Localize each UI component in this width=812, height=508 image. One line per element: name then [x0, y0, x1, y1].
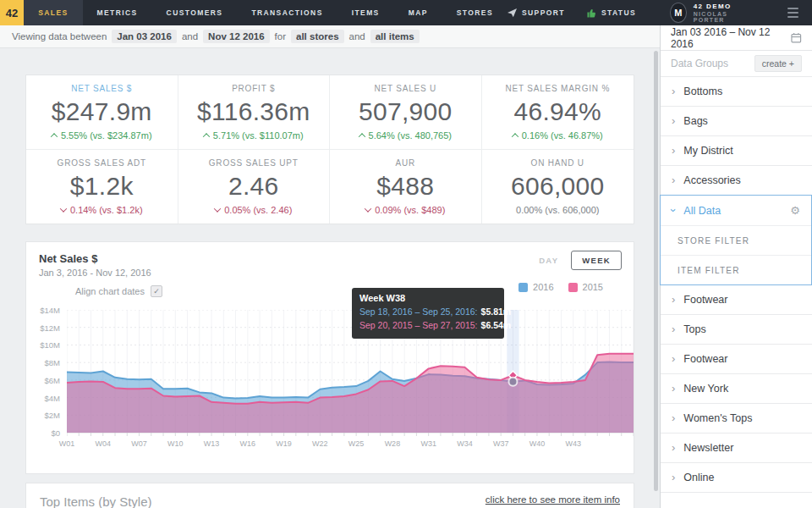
status-button[interactable]: STATUS [587, 8, 636, 18]
sidebar-item-accessories[interactable]: ›Accessories [661, 166, 812, 196]
legend-swatch-2016 [518, 283, 528, 292]
stores-chip[interactable]: all stores [291, 30, 344, 43]
chevron-right-icon: › [672, 353, 675, 364]
data-groups-label: Data Groups [671, 58, 728, 69]
hamburger-menu-icon[interactable] [787, 8, 798, 18]
sidebar-item-bottoms[interactable]: ›Bottoms [661, 77, 812, 107]
tooltip-2015-value: $6.54m [481, 319, 512, 333]
kpi-delta: 5.55% (vs. $234.87m) [52, 130, 152, 141]
end-date-chip[interactable]: Nov 12 2016 [203, 30, 270, 43]
support-button[interactable]: SUPPORT [508, 8, 565, 18]
kpi-gross-sales-adt[interactable]: GROSS SALES ADT$1.2k0.14% (vs. $1.2k) [26, 150, 178, 224]
sidebar-item-tops[interactable]: ›Tops [661, 315, 812, 345]
top-items-title: Top Items (by Style) [40, 494, 152, 508]
items-chip[interactable]: all items [370, 30, 420, 43]
chevron-right-icon: › [672, 86, 675, 97]
sidebar-item-women-s-tops[interactable]: ›Women's Tops [661, 404, 812, 433]
tooltip-title: Week W38 [359, 293, 497, 303]
kpi-gross-sales-upt[interactable]: GROSS SALES UPT2.460.05% (vs. 2.46) [178, 150, 331, 224]
align-chart-dates-checkbox[interactable]: ✓ [151, 285, 162, 297]
kpi-delta-text: 0.14% (vs. $1.2k) [70, 205, 143, 215]
sidebar-item-footwear[interactable]: ›Footwear [661, 285, 812, 315]
nav-item-stores[interactable]: STORES [442, 0, 508, 25]
chevron-right-icon: › [672, 383, 675, 394]
chevron-down-icon: › [668, 208, 679, 212]
sidebar-item-bags[interactable]: ›Bags [661, 107, 812, 136]
sidebar-item-new-york[interactable]: ›New York [661, 374, 812, 404]
kpi-aur[interactable]: AUR$4880.09% (vs. $489) [330, 150, 482, 224]
main-scrollbar[interactable] [654, 51, 658, 491]
more-item-info-link[interactable]: click here to see more item info [486, 494, 620, 505]
kpi-net-sales-margin[interactable]: NET SALES MARGIN %46.94%0.16% (vs. 46.87… [482, 75, 634, 150]
sidebar-item-label: Accessories [683, 174, 740, 186]
viewing-data-bar: Viewing data between Jan 03 2016 and Nov… [0, 25, 660, 48]
sidebar: Jan 03 2016 – Nov 12 2016 Data Groups cr… [660, 25, 812, 508]
main-content: NET SALES $$247.9m5.55% (vs. $234.87m)PR… [0, 48, 660, 508]
kpi-profit[interactable]: PROFIT $$116.36m5.71% (vs. $110.07m) [178, 75, 331, 150]
chart-title: Net Sales $ [39, 252, 97, 265]
date-range-picker[interactable]: Jan 03 2016 – Nov 12 2016 [661, 25, 812, 51]
y-axis-label: $4M [28, 394, 60, 403]
align-chart-dates[interactable]: Align chart dates ✓ [75, 285, 162, 297]
nav-item-metrics[interactable]: METRICS [83, 0, 152, 25]
x-axis-label: W25 [343, 439, 370, 448]
sidebar-item-all-data[interactable]: ›All Data⚙ [661, 196, 811, 225]
data-groups-header: Data Groups create + [661, 51, 812, 77]
nav-right: SUPPORT STATUS M 42 DEMO NICOLAS PORTER [508, 0, 812, 25]
kpi-net-sales-u[interactable]: NET SALES U507,9005.64% (vs. 480,765) [330, 75, 482, 150]
caret-down-icon [60, 205, 67, 212]
gear-icon[interactable]: ⚙ [790, 204, 800, 217]
create-group-button[interactable]: create + [754, 55, 802, 72]
kpi-delta-text: 0.16% (vs. 46.87%) [522, 130, 603, 141]
week-toggle[interactable]: WEEK [571, 251, 622, 270]
nav-item-customers[interactable]: CUSTOMERS [152, 0, 238, 25]
kpi-delta: 5.71% (vs. $110.07m) [204, 130, 304, 141]
caret-up-icon [512, 133, 518, 140]
caret-up-icon [203, 133, 210, 140]
sidebar-item-online[interactable]: ›Online [661, 463, 812, 493]
y-axis-label: $12M [28, 323, 60, 333]
start-date-chip[interactable]: Jan 03 2016 [112, 30, 177, 43]
granularity-toggle: DAY WEEK [539, 251, 622, 270]
top-nav: 42 SALESMETRICSCUSTOMERSTRANSACTIONSITEM… [0, 0, 812, 25]
kpi-label: AUR [395, 158, 415, 168]
sidebar-store-filter[interactable]: STORE FILTER [661, 225, 811, 255]
chevron-right-icon: › [672, 174, 675, 185]
sidebar-item-label: All Data [683, 205, 721, 217]
x-axis-label: W43 [560, 439, 587, 448]
kpi-delta-text: 0.00% (vs. 606,000) [516, 205, 599, 215]
nav-item-items[interactable]: ITEMS [337, 0, 394, 25]
day-toggle[interactable]: DAY [539, 256, 558, 265]
user-account[interactable]: M 42 DEMO NICOLAS PORTER [670, 3, 749, 23]
kpi-value: $116.36m [197, 97, 310, 126]
legend-label: 2016 [533, 282, 553, 292]
sidebar-item-newsletter[interactable]: ›Newsletter [661, 433, 812, 463]
legend-item-2015[interactable]: 2015 [568, 282, 603, 292]
nav-item-sales[interactable]: SALES [24, 0, 82, 25]
top-items-card: Top Items (by Style) click here to see m… [25, 483, 634, 508]
sidebar-item-label: Tops [683, 323, 705, 335]
kpi-on-hand-u[interactable]: ON HAND U606,0000.00% (vs. 606,000) [482, 150, 634, 224]
support-label: SUPPORT [522, 8, 565, 17]
sidebar-item-footwear[interactable]: ›Footwear [661, 345, 812, 374]
legend-swatch-2015 [568, 283, 578, 292]
nav-item-transactions[interactable]: TRANSACTIONS [237, 0, 337, 25]
net-sales-area-chart[interactable] [67, 310, 634, 438]
kpi-value: 2.46 [228, 172, 279, 201]
x-axis-label: W40 [524, 439, 551, 448]
kpi-net-sales[interactable]: NET SALES $$247.9m5.55% (vs. $234.87m) [26, 75, 178, 150]
legend-item-2016[interactable]: 2016 [518, 282, 553, 292]
sidebar-item-my-district[interactable]: ›My District [661, 136, 812, 166]
x-axis-label: W34 [451, 439, 478, 448]
sidebar-item-filter[interactable]: ITEM FILTER [661, 255, 811, 284]
kpi-delta-text: 0.09% (vs. $489) [375, 205, 445, 215]
chevron-right-icon: › [672, 323, 675, 334]
kpi-delta-text: 5.55% (vs. $234.87m) [61, 130, 152, 141]
x-axis-label: W28 [379, 439, 406, 448]
chevron-right-icon: › [672, 442, 675, 453]
app-logo[interactable]: 42 [0, 0, 24, 25]
nav-item-map[interactable]: MAP [394, 0, 442, 25]
kpi-summary-card: NET SALES $$247.9m5.55% (vs. $234.87m)PR… [25, 75, 634, 224]
y-axis-label: $0 [28, 428, 60, 438]
paper-plane-icon [508, 8, 517, 18]
